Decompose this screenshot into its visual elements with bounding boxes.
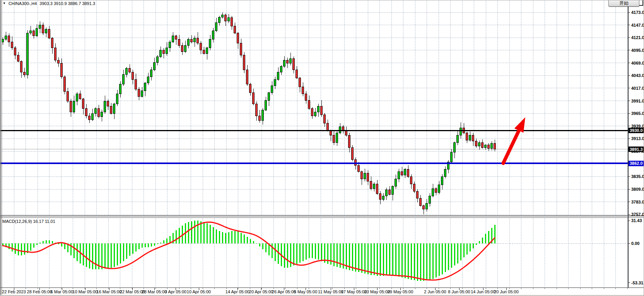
- svg-text:3757.0: 3757.0: [631, 212, 644, 217]
- svg-text:6 Mar 05:00: 6 Mar 05:00: [51, 289, 73, 294]
- time-axis[interactable]: 22 Feb 202328 Feb 05:006 Mar 05:0010 Mar…: [2, 288, 627, 294]
- svg-text:22 Feb 2023: 22 Feb 2023: [2, 289, 26, 294]
- svg-text:10 Apr 05:00: 10 Apr 05:00: [187, 289, 211, 294]
- svg-text:17 May 05:00: 17 May 05:00: [341, 289, 367, 294]
- svg-text:2 Jun 05:00: 2 Jun 05:00: [424, 289, 446, 294]
- chart-canvas[interactable]: 4173.04147.04121.04095.04069.04043.04017…: [0, 0, 644, 296]
- svg-text:23 May 05:00: 23 May 05:00: [364, 289, 390, 294]
- trend-arrow[interactable]: [503, 117, 525, 163]
- svg-text:4147.0: 4147.0: [631, 23, 644, 27]
- hline-price-label-3862: 3862.0: [629, 161, 644, 166]
- svg-text:3965.0: 3965.0: [631, 111, 644, 116]
- svg-text:22 Mar 05:00: 22 Mar 05:00: [120, 289, 145, 294]
- svg-text:26 Apr 05:00: 26 Apr 05:00: [272, 289, 296, 294]
- svg-text:3991.0: 3991.0: [631, 99, 644, 103]
- svg-text:20 Apr 05:00: 20 Apr 05:00: [249, 289, 273, 294]
- svg-text:-53.31: -53.31: [631, 281, 643, 285]
- svg-text:4017.0: 4017.0: [631, 86, 644, 91]
- bid-price-label: 3891.3: [629, 147, 644, 152]
- svg-text:3809.0: 3809.0: [631, 187, 644, 192]
- svg-text:14 Jun 05:00: 14 Jun 05:00: [471, 289, 495, 294]
- svg-text:16 Mar 05:00: 16 Mar 05:00: [97, 289, 122, 294]
- macd-indicator-label: MACD(12,26,9) 16.17 11.01: [2, 219, 55, 224]
- svg-text:4095.0: 4095.0: [631, 48, 644, 53]
- svg-text:4069.0: 4069.0: [631, 61, 644, 65]
- svg-text:10 Mar 05:00: 10 Mar 05:00: [73, 289, 98, 294]
- svg-text:3939.0: 3939.0: [631, 124, 644, 128]
- svg-text:4121.0: 4121.0: [631, 35, 644, 40]
- svg-text:11 May 05:00: 11 May 05:00: [318, 289, 343, 294]
- symbol-dropdown-icon[interactable]: ▼: [3, 2, 6, 5]
- svg-text:8 Jun 05:00: 8 Jun 05:00: [448, 289, 470, 294]
- svg-text:4173.0: 4173.0: [631, 10, 644, 15]
- svg-text:14 Apr 05:00: 14 Apr 05:00: [225, 289, 249, 294]
- svg-text:3783.0: 3783.0: [631, 200, 644, 204]
- chart-ohlc-values: 3903.3 3910.9 3886.7 3891.3: [39, 1, 95, 6]
- svg-text:4043.0: 4043.0: [631, 73, 644, 78]
- chart-title-bar: ▼ CHINA300-,H4 3903.3 3910.9 3886.7 3891…: [3, 1, 95, 6]
- pane-borders: [0, 0, 644, 296]
- svg-text:3 Apr 05:00: 3 Apr 05:00: [165, 289, 186, 294]
- svg-text:29 May 05:00: 29 May 05:00: [388, 289, 413, 294]
- hline-price-label-3930: 3930.0: [629, 128, 644, 133]
- svg-text:31.43: 31.43: [631, 218, 642, 223]
- chart-symbol-label: CHINA300-,H4: [9, 1, 37, 6]
- svg-text:3930.0: 3930.0: [630, 128, 643, 133]
- svg-text:3835.0: 3835.0: [631, 174, 644, 179]
- svg-text:28 Feb 05:00: 28 Feb 05:00: [27, 289, 52, 294]
- start-button[interactable]: 开始: [608, 0, 639, 7]
- svg-text:28 Mar 05:00: 28 Mar 05:00: [142, 289, 167, 294]
- mt4-chart-window: 4173.04147.04121.04095.04069.04043.04017…: [0, 0, 644, 296]
- svg-text:0.00: 0.00: [631, 241, 639, 246]
- svg-text:3891.3: 3891.3: [630, 147, 643, 152]
- svg-text:3862.0: 3862.0: [630, 161, 643, 166]
- svg-text:3913.0: 3913.0: [631, 136, 644, 141]
- svg-text:5 May 05:00: 5 May 05:00: [294, 289, 318, 294]
- svg-text:20 Jun 05:00: 20 Jun 05:00: [494, 289, 519, 294]
- macd-histogram: [2, 221, 495, 281]
